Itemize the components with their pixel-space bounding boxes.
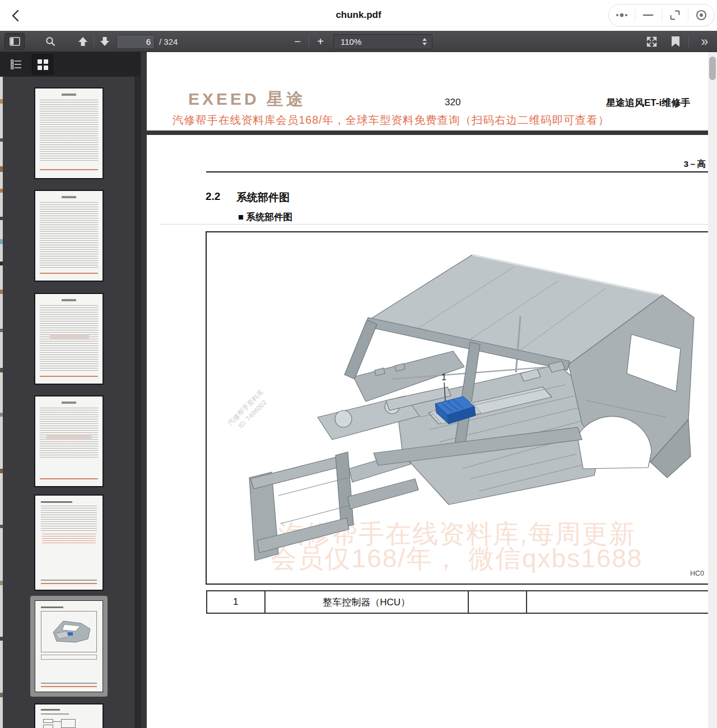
bookmark-icon[interactable] (668, 33, 683, 50)
pdf-toolbar: / 324 − + 110% » (0, 31, 717, 52)
toolbar-more-icon[interactable]: » (695, 33, 714, 50)
artifact (0, 329, 3, 332)
artifact (0, 189, 3, 193)
vertical-scrollbar[interactable] (708, 52, 717, 728)
table-cell-4 (526, 591, 708, 613)
exeed-logo: EXEED 星途 (188, 88, 306, 111)
thumbnail-page-3[interactable] (35, 294, 103, 384)
page-number-input[interactable] (117, 35, 155, 49)
thumbnail-page-5[interactable] (35, 496, 103, 590)
toolbar-divider (688, 36, 689, 47)
table-cell-number: 1 (207, 591, 264, 613)
restore-window-icon[interactable] (662, 4, 688, 26)
select-spinner-icon (422, 38, 427, 45)
header-manual-title: 星途追风ET-i维修手 (606, 96, 690, 109)
thumb-text-lines (41, 506, 97, 531)
thumb-heading (41, 709, 60, 711)
chapter-rule (206, 171, 708, 172)
table-cell-name: 整车控制器（HCU） (264, 591, 468, 613)
artifact (0, 138, 3, 142)
zoom-level-value: 110% (341, 37, 361, 46)
search-button[interactable] (41, 33, 59, 50)
artifact (0, 581, 3, 585)
app-titlebar: chunk.pdf (0, 0, 717, 31)
more-options-icon[interactable] (609, 4, 635, 26)
subsection-title: ■ 系统部件图 (238, 211, 292, 223)
figure-code: HC0 (690, 570, 704, 577)
thumb-heading (41, 501, 72, 503)
page-count-label: / 324 (159, 37, 178, 46)
thumb-text-lines (40, 408, 98, 458)
thumb-title (62, 299, 76, 301)
thumbnail-page-4[interactable] (35, 396, 103, 486)
thumb-red-line (40, 169, 98, 170)
thumb-diagram-block (43, 725, 53, 728)
thumb-title (62, 196, 76, 198)
close-circle-icon[interactable] (688, 4, 714, 26)
system-parts-figure: 汽修帮手在线资料库,每周更新 会员仅168/年， 微信qxbs1688 汽修帮手… (206, 231, 708, 585)
thumbnail-page-1[interactable] (35, 88, 103, 178)
artifact (0, 166, 3, 172)
thumb-red-rows (46, 436, 91, 440)
car-body-diagram: 1 (207, 232, 707, 584)
thumb-heading (41, 606, 63, 608)
thumb-text-lines (40, 100, 98, 162)
toggle-sidebar-button[interactable] (4, 33, 25, 50)
next-page-button[interactable] (96, 33, 114, 50)
sidebar-edge (134, 52, 141, 728)
chapter-corner-heading: 3－高 (683, 158, 706, 170)
pdf-page-previous: EXEED 星途 320 星途追风ET-i维修手 汽修帮手在线资料库会员168/… (147, 52, 708, 130)
window-controls (608, 4, 715, 26)
section-title: 系统部件图 (236, 190, 290, 205)
artifact (0, 290, 3, 294)
thumb-text-lines (40, 202, 98, 268)
thumbnail-page-6-selected[interactable] (30, 596, 108, 697)
artifact (0, 469, 3, 473)
previous-page-button[interactable] (74, 33, 92, 50)
document-outline-icon[interactable] (8, 57, 25, 72)
thumb-title (62, 402, 76, 404)
parts-table: 1 整车控制器（HCU） (206, 590, 708, 614)
minimize-icon[interactable] (635, 4, 661, 26)
zoom-in-button[interactable]: + (312, 33, 329, 50)
thumb-diagram-line (53, 721, 61, 722)
thumb-red-line (41, 686, 97, 687)
artifact (0, 239, 3, 244)
thumbnail-page-7[interactable] (35, 704, 103, 728)
thumbnails-view-button[interactable] (32, 54, 53, 74)
thumb-footer (41, 683, 97, 684)
toolbar-divider (309, 36, 309, 47)
fullscreen-icon[interactable] (642, 33, 660, 50)
thumb-red-rows (50, 335, 89, 340)
page-edge-artifact (0, 77, 3, 728)
thumb-red-line (40, 376, 98, 377)
grid-icon (38, 59, 48, 70)
dotted-rule (160, 224, 708, 225)
scrollbar-thumb[interactable] (709, 57, 716, 80)
thumb-red-line (40, 478, 98, 479)
thumb-diagram-block (43, 719, 53, 723)
thumb-footer (41, 580, 97, 581)
toolbar-divider (94, 36, 94, 47)
thumb-red-line (40, 273, 98, 274)
header-promo-line: 汽修帮手在线资料库会员168/年，全球车型资料免费查询（扫码右边二维码即可查看） (173, 113, 609, 128)
table-cell-3 (468, 591, 527, 613)
thumb-title (62, 94, 76, 96)
artifact (0, 217, 3, 220)
thumb-red-line (41, 583, 97, 584)
callout-label: 1 (441, 372, 446, 382)
thumb-table-row (41, 655, 97, 660)
artifact (0, 368, 3, 372)
artifact (0, 693, 3, 697)
thumbnail-page-2[interactable] (35, 191, 103, 281)
zoom-level-select[interactable]: 110% (333, 34, 432, 49)
zoom-out-button[interactable]: − (289, 33, 306, 50)
artifact (0, 262, 3, 265)
thumb-car-diagram (42, 614, 96, 648)
artifact (0, 637, 3, 641)
thumb-diagram-block (61, 719, 76, 728)
artifact (0, 525, 3, 528)
sidebar-header (0, 52, 140, 77)
pdf-page-current: 3－高 2.2 系统部件图 ■ 系统部件图 汽修帮手在线资料库,每周更新 会员仅… (147, 135, 708, 728)
thumbnail-page-6[interactable] (35, 601, 103, 692)
